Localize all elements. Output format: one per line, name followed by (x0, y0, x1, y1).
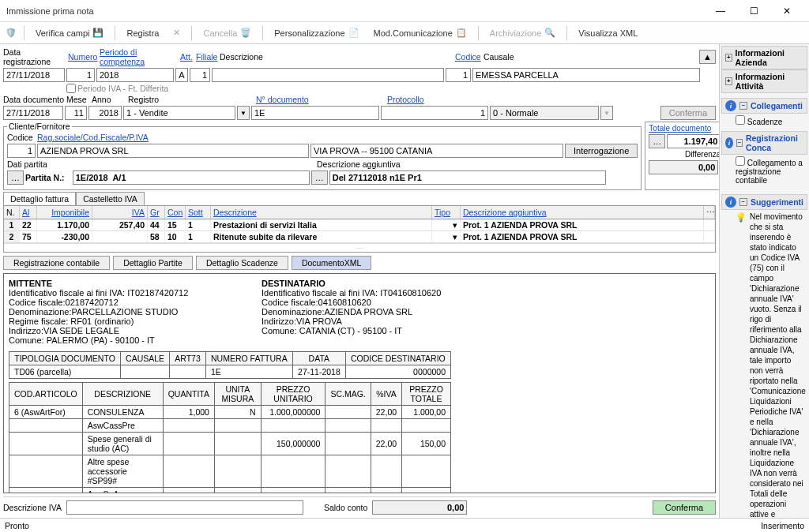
grid-h-iva[interactable]: IVA (132, 208, 145, 217)
collapse-button[interactable]: ▲ (699, 50, 716, 64)
periodo-field[interactable] (96, 68, 174, 82)
descr-iva-field[interactable] (66, 500, 303, 515)
personalizzazione-button[interactable]: Personalizzazione 📄 (268, 26, 365, 39)
mod-comunicazione-button[interactable]: Mod.Comunicazione 📋 (367, 26, 473, 39)
totale-field[interactable] (667, 134, 719, 148)
reg-conca-header[interactable]: i−Registrazioni Conca (721, 131, 807, 155)
scadenze-checkbox[interactable] (736, 115, 745, 125)
info-icon: i (725, 137, 733, 148)
subtab-documento-xml[interactable]: DocumentoXML (292, 256, 371, 270)
registra-button[interactable]: Registra (120, 27, 165, 39)
descrizione-label: Descrizione (220, 52, 263, 62)
info-azienda-header[interactable]: +Informazioni Azienda (721, 46, 807, 69)
conferma-footer-button[interactable]: Conferma (653, 500, 716, 515)
cliente-rag-label[interactable]: Rag.sociale/Cod.Fiscale/P.IVA (37, 133, 149, 142)
protocollo-field[interactable] (381, 106, 488, 120)
tab-castelletto-iva[interactable]: Castelletto IVA (76, 192, 145, 205)
differenza-label: Differenza (685, 150, 719, 159)
scadenze-label: Scadenze (747, 118, 782, 126)
suggerimenti-header[interactable]: i−Suggerimenti (721, 194, 807, 210)
coll-reg-checkbox[interactable] (736, 156, 745, 166)
filiale-label[interactable]: Filiale (196, 52, 217, 62)
titlebar: Immissione prima nota — ☐ ✕ (0, 0, 809, 22)
descr-agg-label: Descrizione aggiuntiva (317, 159, 401, 169)
grid-h-imp[interactable]: Imponibile (51, 208, 89, 217)
normale-field (490, 106, 599, 120)
grid-h-gr[interactable]: Gr (150, 208, 160, 217)
destinatario-heading: DESTINATARIO (262, 279, 441, 288)
data-reg-label: Data registrazione (3, 47, 51, 66)
minimize-button[interactable]: — (705, 2, 736, 20)
grid-h-descr[interactable]: Descrizione (213, 208, 257, 217)
ndoc-field[interactable] (251, 106, 379, 120)
grid-h-da[interactable]: Descrizione aggiuntiva (463, 208, 547, 217)
lightbulb-icon: 💡 (736, 212, 747, 223)
partita-n-label: Partita N.: (25, 173, 65, 182)
interrogazione-button[interactable]: Interrogazione (565, 144, 638, 158)
cliente-rag-field[interactable] (37, 144, 309, 158)
collegamenti-header[interactable]: i−Collegamenti (721, 98, 807, 114)
mittente-heading: MITTENTE (9, 279, 230, 288)
visualizza-xml-button[interactable]: Visualizza XML (572, 27, 644, 39)
att-field[interactable] (175, 68, 188, 82)
subtab-dett-partite[interactable]: Dettaglio Partite (113, 256, 193, 270)
grid-h-tipo[interactable]: Tipo (435, 208, 450, 217)
causale-field[interactable] (472, 68, 700, 82)
cliente-codice-label: Codice (7, 133, 36, 142)
periodo-label[interactable]: Periodo di competenza (100, 47, 145, 66)
mese-field[interactable] (65, 106, 87, 120)
descr-agg-field[interactable] (329, 170, 606, 185)
conferma-hdr-button[interactable]: Conferma (660, 106, 716, 120)
grid-h-al[interactable]: Al (22, 208, 29, 217)
descr-iva-label: Descrizione IVA (3, 503, 62, 512)
partita-dots-button[interactable]: … (7, 170, 24, 185)
filiale-field[interactable] (190, 68, 210, 82)
descrizione-field[interactable] (212, 68, 444, 82)
totale-fieldset: Totale documento … Differenza (645, 122, 719, 190)
maximize-button[interactable]: ☐ (738, 2, 769, 20)
registra-x-button: ✕ (167, 26, 186, 39)
ndoc-label[interactable]: N° documento (256, 95, 309, 104)
totale-doc-label[interactable]: Totale documento (649, 124, 711, 133)
protocollo-label[interactable]: Protocollo (387, 95, 424, 104)
cliente-legend: Cliente/Fornitore (7, 122, 72, 131)
table-row[interactable]: 275-230,0058101Ritenute subite da rileva… (4, 231, 715, 243)
periodo-iva-label: Periodo IVA - Ft. Differita (77, 84, 168, 93)
totale-dots-button[interactable]: … (649, 134, 665, 148)
differenza-field (649, 160, 718, 174)
codice-label[interactable]: Codice (455, 52, 481, 62)
verifica-campi-button[interactable]: Verifica campi 💾 (29, 26, 110, 39)
toolbar: 🛡️ Verifica campi 💾 Registra ✕ Cancella … (0, 22, 809, 44)
grid-h-con[interactable]: Con (167, 208, 182, 217)
close-button[interactable]: ✕ (771, 2, 803, 20)
descr-agg-dots-button[interactable]: … (311, 170, 328, 185)
anno-field[interactable] (88, 106, 122, 120)
normale-dropdown: ▼ (600, 106, 613, 120)
anno-label: Anno (92, 95, 111, 104)
info-icon: i (725, 100, 736, 111)
save-icon: 💾 (92, 28, 103, 38)
registro-field[interactable] (123, 106, 235, 120)
archiviazione-button: Archiviazione 🔍 (484, 26, 562, 39)
statusbar: Pronto Inserimento (0, 518, 809, 532)
info-attivita-header[interactable]: +Informazioni Attività (721, 69, 807, 93)
grid-h-sott[interactable]: Sott (188, 208, 203, 217)
tab-dettaglio-fattura[interactable]: Dettaglio fattura (3, 192, 76, 205)
periodo-iva-checkbox[interactable] (66, 84, 76, 93)
registro-dropdown[interactable]: ▼ (237, 106, 250, 120)
numero-label[interactable]: Numero (68, 52, 97, 62)
app-icon: 🛡️ (3, 25, 19, 41)
cliente-codice-field[interactable] (7, 144, 36, 158)
grid-h-menu[interactable]: ⋯ (704, 206, 715, 219)
data-doc-label: Data documento (3, 95, 64, 104)
subtab-dett-scadenze[interactable]: Dettaglio Scadenze (196, 256, 288, 270)
numero-field[interactable] (66, 68, 95, 82)
status-left: Pronto (5, 521, 29, 530)
data-reg-field[interactable] (3, 68, 65, 82)
subtab-reg-contabile[interactable]: Registrazione contabile (3, 256, 110, 270)
att-label[interactable]: Att. (180, 52, 193, 62)
table-row[interactable]: 1221.170,00257,4044151Prestazioni di ser… (4, 219, 715, 231)
codice-field[interactable] (446, 68, 471, 82)
documento-xml-panel: MITTENTE Identificativo fiscale ai fini … (3, 273, 716, 493)
data-doc-field[interactable] (3, 106, 63, 120)
